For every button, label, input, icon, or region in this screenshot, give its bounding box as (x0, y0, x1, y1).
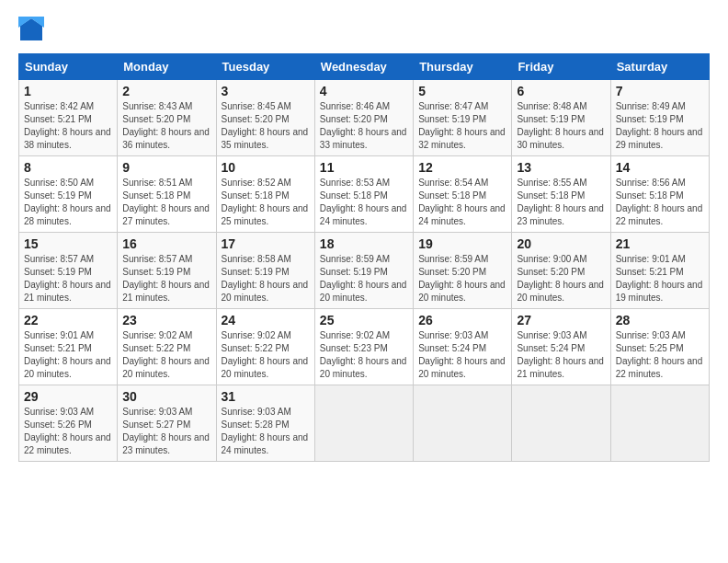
day-info: Sunrise: 8:53 AMSunset: 5:18 PMDaylight:… (320, 178, 407, 226)
calendar-cell: 17Sunrise: 8:58 AMSunset: 5:19 PMDayligh… (216, 233, 314, 309)
day-number: 23 (122, 313, 210, 327)
calendar-cell: 25Sunrise: 9:02 AMSunset: 5:23 PMDayligh… (314, 309, 413, 385)
day-number: 13 (517, 160, 605, 175)
day-info: Sunrise: 8:51 AMSunset: 5:18 PMDaylight:… (122, 178, 210, 226)
day-info: Sunrise: 8:55 AMSunset: 5:18 PMDaylight:… (517, 178, 604, 226)
day-number: 25 (320, 313, 408, 327)
header-day-sunday: Sunday (19, 54, 118, 80)
day-info: Sunrise: 8:42 AMSunset: 5:21 PMDaylight:… (24, 101, 111, 150)
day-number: 8 (24, 160, 112, 175)
calendar-cell: 2Sunrise: 8:43 AMSunset: 5:20 PMDaylight… (118, 80, 216, 156)
calendar-cell: 31Sunrise: 9:03 AMSunset: 5:28 PMDayligh… (216, 385, 314, 462)
day-info: Sunrise: 9:02 AMSunset: 5:23 PMDaylight:… (320, 330, 407, 379)
week-row-3: 15Sunrise: 8:57 AMSunset: 5:19 PMDayligh… (19, 233, 710, 309)
calendar-cell: 15Sunrise: 8:57 AMSunset: 5:19 PMDayligh… (19, 233, 118, 309)
header-day-wednesday: Wednesday (314, 54, 413, 80)
header (18, 17, 710, 42)
day-number: 1 (24, 84, 112, 98)
week-row-1: 1Sunrise: 8:42 AMSunset: 5:21 PMDaylight… (19, 80, 710, 156)
calendar-cell: 10Sunrise: 8:52 AMSunset: 5:18 PMDayligh… (216, 156, 314, 233)
calendar-cell: 1Sunrise: 8:42 AMSunset: 5:21 PMDaylight… (19, 80, 118, 156)
day-info: Sunrise: 8:46 AMSunset: 5:20 PMDaylight:… (320, 101, 407, 150)
calendar-cell: 14Sunrise: 8:56 AMSunset: 5:18 PMDayligh… (610, 156, 709, 233)
day-info: Sunrise: 8:43 AMSunset: 5:20 PMDaylight:… (122, 101, 210, 150)
day-number: 12 (418, 160, 506, 175)
day-info: Sunrise: 9:03 AMSunset: 5:24 PMDaylight:… (418, 330, 506, 379)
header-day-thursday: Thursday (414, 54, 512, 80)
header-day-friday: Friday (512, 54, 610, 80)
calendar-cell: 22Sunrise: 9:01 AMSunset: 5:21 PMDayligh… (19, 309, 118, 385)
day-number: 2 (122, 84, 210, 98)
day-info: Sunrise: 9:03 AMSunset: 5:24 PMDaylight:… (517, 330, 604, 379)
day-info: Sunrise: 8:59 AMSunset: 5:19 PMDaylight:… (320, 254, 407, 303)
day-info: Sunrise: 8:50 AMSunset: 5:19 PMDaylight:… (24, 178, 111, 226)
calendar-cell (610, 385, 709, 462)
logo-icon (18, 17, 44, 42)
day-number: 27 (517, 313, 605, 327)
day-number: 29 (24, 389, 112, 404)
day-number: 11 (320, 160, 408, 175)
day-info: Sunrise: 8:57 AMSunset: 5:19 PMDaylight:… (24, 254, 111, 303)
day-info: Sunrise: 9:00 AMSunset: 5:20 PMDaylight:… (517, 254, 604, 303)
calendar-cell (414, 385, 512, 462)
calendar-cell: 21Sunrise: 9:01 AMSunset: 5:21 PMDayligh… (610, 233, 709, 309)
day-number: 31 (222, 389, 310, 404)
calendar-cell: 12Sunrise: 8:54 AMSunset: 5:18 PMDayligh… (414, 156, 512, 233)
calendar-cell: 13Sunrise: 8:55 AMSunset: 5:18 PMDayligh… (512, 156, 610, 233)
page-container: SundayMondayTuesdayWednesdayThursdayFrid… (0, 0, 728, 471)
week-row-5: 29Sunrise: 9:03 AMSunset: 5:26 PMDayligh… (19, 385, 710, 462)
header-day-monday: Monday (118, 54, 216, 80)
calendar-cell: 6Sunrise: 8:48 AMSunset: 5:19 PMDaylight… (512, 80, 610, 156)
day-number: 26 (418, 313, 506, 327)
calendar-cell: 8Sunrise: 8:50 AMSunset: 5:19 PMDaylight… (19, 156, 118, 233)
calendar-cell: 16Sunrise: 8:57 AMSunset: 5:19 PMDayligh… (118, 233, 216, 309)
day-info: Sunrise: 8:54 AMSunset: 5:18 PMDaylight:… (418, 178, 506, 226)
day-number: 18 (320, 236, 408, 251)
calendar-cell: 5Sunrise: 8:47 AMSunset: 5:19 PMDaylight… (414, 80, 512, 156)
day-number: 7 (616, 84, 704, 98)
day-number: 16 (122, 236, 210, 251)
day-info: Sunrise: 9:03 AMSunset: 5:28 PMDaylight:… (222, 407, 309, 455)
day-info: Sunrise: 8:57 AMSunset: 5:19 PMDaylight:… (122, 254, 210, 303)
day-number: 14 (616, 160, 704, 175)
calendar-cell (314, 385, 413, 462)
week-row-2: 8Sunrise: 8:50 AMSunset: 5:19 PMDaylight… (19, 156, 710, 233)
calendar-cell: 4Sunrise: 8:46 AMSunset: 5:20 PMDaylight… (314, 80, 413, 156)
day-number: 24 (222, 313, 310, 327)
header-day-saturday: Saturday (610, 54, 709, 80)
calendar-cell: 29Sunrise: 9:03 AMSunset: 5:26 PMDayligh… (19, 385, 118, 462)
day-number: 20 (517, 236, 605, 251)
calendar-cell: 23Sunrise: 9:02 AMSunset: 5:22 PMDayligh… (118, 309, 216, 385)
day-info: Sunrise: 9:02 AMSunset: 5:22 PMDaylight:… (122, 330, 210, 379)
day-info: Sunrise: 8:47 AMSunset: 5:19 PMDaylight:… (418, 101, 506, 150)
calendar-header: SundayMondayTuesdayWednesdayThursdayFrid… (19, 54, 710, 80)
calendar-cell: 11Sunrise: 8:53 AMSunset: 5:18 PMDayligh… (314, 156, 413, 233)
calendar-cell: 30Sunrise: 9:03 AMSunset: 5:27 PMDayligh… (118, 385, 216, 462)
calendar-cell: 20Sunrise: 9:00 AMSunset: 5:20 PMDayligh… (512, 233, 610, 309)
header-row: SundayMondayTuesdayWednesdayThursdayFrid… (19, 54, 710, 80)
logo (18, 17, 48, 42)
day-info: Sunrise: 8:52 AMSunset: 5:18 PMDaylight:… (222, 178, 309, 226)
day-number: 28 (616, 313, 704, 327)
calendar-cell: 18Sunrise: 8:59 AMSunset: 5:19 PMDayligh… (314, 233, 413, 309)
day-info: Sunrise: 8:56 AMSunset: 5:18 PMDaylight:… (616, 178, 703, 226)
day-info: Sunrise: 8:59 AMSunset: 5:20 PMDaylight:… (418, 254, 506, 303)
day-number: 30 (122, 389, 210, 404)
header-day-tuesday: Tuesday (216, 54, 314, 80)
day-number: 19 (418, 236, 506, 251)
day-number: 9 (122, 160, 210, 175)
calendar-cell: 27Sunrise: 9:03 AMSunset: 5:24 PMDayligh… (512, 309, 610, 385)
day-number: 15 (24, 236, 112, 251)
day-info: Sunrise: 9:03 AMSunset: 5:26 PMDaylight:… (24, 407, 111, 455)
day-info: Sunrise: 9:02 AMSunset: 5:22 PMDaylight:… (222, 330, 309, 379)
calendar-cell: 24Sunrise: 9:02 AMSunset: 5:22 PMDayligh… (216, 309, 314, 385)
calendar-cell (512, 385, 610, 462)
day-number: 10 (222, 160, 310, 175)
day-info: Sunrise: 8:48 AMSunset: 5:19 PMDaylight:… (517, 101, 604, 150)
day-number: 3 (222, 84, 310, 98)
calendar-cell: 9Sunrise: 8:51 AMSunset: 5:18 PMDaylight… (118, 156, 216, 233)
day-number: 17 (222, 236, 310, 251)
calendar-body: 1Sunrise: 8:42 AMSunset: 5:21 PMDaylight… (19, 80, 710, 462)
calendar-cell: 3Sunrise: 8:45 AMSunset: 5:20 PMDaylight… (216, 80, 314, 156)
week-row-4: 22Sunrise: 9:01 AMSunset: 5:21 PMDayligh… (19, 309, 710, 385)
